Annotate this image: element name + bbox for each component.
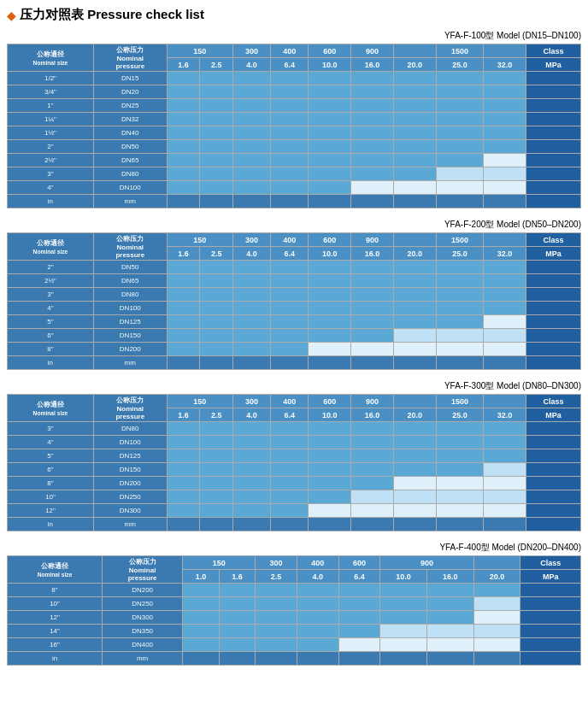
nominal-size-header: 公称通径Nominal size — [8, 44, 94, 72]
table-row: inmm — [8, 195, 581, 208]
nominal-size-header: 公称通径Nominal size — [8, 395, 94, 422]
table-row: 2"DN50 — [8, 140, 581, 154]
pressure-value-header: 2.5 — [200, 58, 233, 72]
pressure-value-header: 16.0 — [351, 247, 394, 261]
group-header: 1500 — [436, 233, 483, 247]
table-row: 2"DN50 — [8, 261, 581, 274]
pressure-value-header: 6.4 — [271, 408, 309, 422]
pressure-value-header: 6.4 — [271, 247, 309, 261]
group-header: 300 — [233, 44, 271, 58]
pressure-value-header: 20.0 — [394, 247, 437, 261]
group-header: 150 — [167, 44, 232, 58]
table-row: 8"DN200 — [8, 477, 581, 490]
pressure-value-header: 25.0 — [436, 58, 483, 72]
table-row: 10"DN250 — [8, 490, 581, 504]
model-label: YFA-F-400型 Model (DN200–DN400) — [7, 542, 581, 554]
group-header: 400 — [271, 233, 309, 247]
group-header: 150 — [167, 395, 232, 408]
table-row: 6"DN150 — [8, 463, 581, 477]
table-row: 4"DN100 — [8, 436, 581, 449]
model-label: YFA-F-200型 Model (DN50–DN200) — [7, 219, 581, 231]
table-row: 4"DN100 — [8, 181, 581, 195]
group-header: Class — [526, 395, 580, 408]
table-row: 16"DN400 — [8, 638, 581, 652]
table-row: 8"DN200 — [8, 343, 581, 356]
pressure-section-4: YFA-F-400型 Model (DN200–DN400)公称通径Nomina… — [7, 542, 581, 666]
table-row: 12"DN300 — [8, 504, 581, 518]
table-row: 1"DN25 — [8, 99, 581, 113]
group-header: Class — [526, 233, 580, 247]
model-label: YFA-F-100型 Model (DN15–DN100) — [7, 30, 581, 42]
table-row: 8"DN200 — [8, 584, 581, 597]
pressure-value-header: 32.0 — [484, 408, 526, 422]
pressure-value-header: 20.0 — [394, 58, 437, 72]
pressure-value-header: 1.6 — [167, 58, 200, 72]
group-header — [484, 395, 526, 408]
pressure-value-header: 10.0 — [309, 247, 351, 261]
pressure-value-header: 4.0 — [233, 58, 271, 72]
table-row: 2½"DN65 — [8, 274, 581, 288]
table-row: 2½"DN65 — [8, 154, 581, 167]
group-header: 600 — [309, 44, 351, 58]
group-header — [484, 233, 526, 247]
diamond-icon: ◆ — [7, 9, 16, 22]
page-title: ◆ 压力对照表 Pressure check list — [7, 7, 581, 23]
pressure-table: 公称通径Nominal size公称压力Nominalpressure15030… — [7, 232, 581, 370]
group-header: 1500 — [436, 395, 483, 408]
table-row: inmm — [8, 356, 581, 370]
pressure-value-header: 6.4 — [271, 58, 309, 72]
group-header: 150 — [167, 233, 232, 247]
pressure-value-header: 2.5 — [200, 247, 233, 261]
pressure-value-header: 4.0 — [233, 247, 271, 261]
table-row: 3"DN80 — [8, 167, 581, 181]
group-header — [394, 395, 437, 408]
group-header: 1500 — [436, 44, 483, 58]
group-header: 400 — [271, 395, 309, 408]
group-header: 900 — [351, 233, 394, 247]
table-row: inmm — [8, 518, 581, 531]
group-header: 600 — [309, 233, 351, 247]
group-header: 900 — [351, 44, 394, 58]
group-header — [394, 233, 437, 247]
model-label: YFA-F-300型 Model (DN80–DN300) — [7, 380, 581, 392]
group-header: 300 — [233, 395, 271, 408]
pressure-value-header: 32.0 — [484, 58, 526, 72]
pressure-section-3: YFA-F-300型 Model (DN80–DN300)公称通径Nominal… — [7, 380, 581, 531]
pressure-value-header: 4.0 — [233, 408, 271, 422]
group-header: 300 — [233, 233, 271, 247]
pressure-section-1: YFA-F-100型 Model (DN15–DN100)公称通径Nominal… — [7, 30, 581, 208]
table-row: 4"DN100 — [8, 302, 581, 315]
pressure-value-header: 32.0 — [484, 247, 526, 261]
pressure-value-header: MPa — [526, 58, 580, 72]
table-row: 6"DN150 — [8, 329, 581, 343]
pressure-value-header: MPa — [526, 247, 580, 261]
group-header: 900 — [351, 395, 394, 408]
table-row: 5"DN125 — [8, 315, 581, 329]
table-row: 1¼"DN32 — [8, 113, 581, 126]
nominal-size-header: 公称通径Nominal size — [8, 233, 94, 261]
pressure-value-header: 25.0 — [436, 247, 483, 261]
pressure-value-header: 25.0 — [436, 408, 483, 422]
group-header: 600 — [309, 395, 351, 408]
table-row: 3"DN80 — [8, 288, 581, 302]
table-row: 10"DN250 — [8, 597, 581, 611]
pressure-value-header: 1.6 — [167, 247, 200, 261]
pressure-value-header: 10.0 — [309, 58, 351, 72]
pressure-value-header: 20.0 — [394, 408, 437, 422]
pressure-value-header: 10.0 — [309, 408, 351, 422]
pressure-value-header: 1.6 — [167, 408, 200, 422]
title-text: 压力对照表 Pressure check list — [20, 7, 204, 23]
table-row: 1/2"DN15 — [8, 72, 581, 85]
group-header: 400 — [271, 44, 309, 58]
pressure-value-header: MPa — [526, 408, 580, 422]
table-row: 3"DN80 — [8, 422, 581, 436]
pressure-value-header: 2.5 — [200, 408, 233, 422]
group-header — [484, 44, 526, 58]
pressure-value-header: 16.0 — [351, 408, 394, 422]
group-header: Class — [526, 44, 580, 58]
table-row: inmm — [8, 652, 581, 666]
pressure-table: 公称通径Nominal size公称压力Nominalpressure15030… — [7, 555, 581, 666]
table-row: 12"DN300 — [8, 611, 581, 625]
table-row: 5"DN125 — [8, 449, 581, 463]
table-row: 1½"DN40 — [8, 126, 581, 140]
